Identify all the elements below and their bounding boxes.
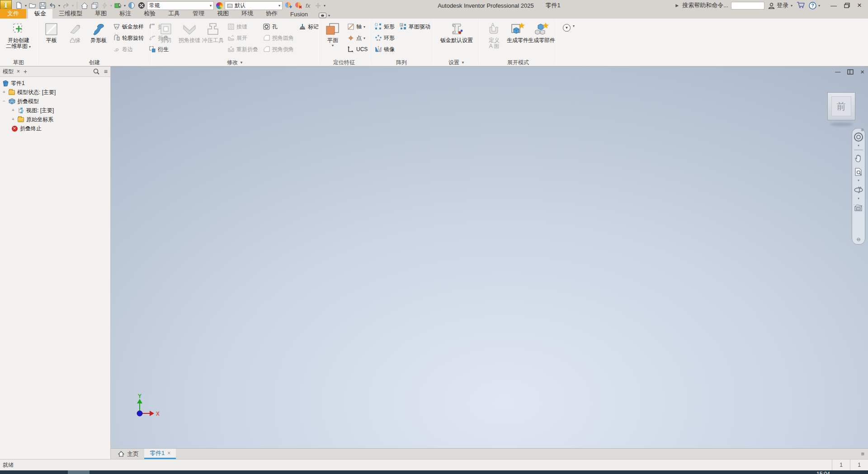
ribbon-collapse-dropdown-icon[interactable]: ▾	[572, 24, 575, 28]
browser-menu-icon[interactable]: ≡	[104, 68, 108, 75]
tab-view[interactable]: 视图	[211, 9, 235, 19]
tab-tools[interactable]: 工具	[162, 9, 186, 19]
tree-item-part[interactable]: 零件1	[2, 79, 110, 88]
parameters-fx-icon[interactable]: fx	[303, 1, 312, 10]
sketch-driven-pattern-button[interactable]: 草图驱动	[397, 21, 432, 32]
pan-icon[interactable]	[852, 152, 865, 165]
undo-icon[interactable]	[48, 1, 57, 10]
axis-button[interactable]: 轴 ▾	[345, 21, 369, 32]
help-icon[interactable]: ?	[809, 2, 816, 9]
qat-customize-icon[interactable]: ▾	[323, 4, 326, 8]
panel-label-create[interactable]: 创建	[38, 59, 151, 66]
tree-item-model-states[interactable]: + 模型状态: [主要]	[2, 88, 110, 97]
search-collapse-icon[interactable]: ▶	[675, 3, 679, 8]
adjust-appearance-icon[interactable]	[283, 1, 292, 10]
make-components-button[interactable]: 生成零部件	[530, 20, 553, 44]
face-button[interactable]: 平板	[40, 20, 63, 44]
mirror-button[interactable]: 镜像	[373, 44, 396, 55]
open-icon[interactable]	[28, 1, 37, 10]
home-icon[interactable]	[80, 1, 89, 10]
navbar-close-icon[interactable]: ⊗	[860, 128, 864, 132]
sign-in-dropdown-icon[interactable]: ▾	[790, 4, 793, 8]
panel-modify-dropdown-icon[interactable]: ▼	[240, 61, 243, 65]
taskbar-app-segment[interactable]	[68, 470, 90, 474]
hole-button[interactable]: 孔	[261, 21, 296, 32]
point-button[interactable]: 点 ▾	[345, 33, 369, 43]
help-dropdown-icon[interactable]: ▾	[818, 4, 821, 8]
tab-collaborate[interactable]: 协作	[259, 9, 284, 19]
wheel-dropdown-icon[interactable]: ▾	[858, 144, 859, 148]
select-dropdown-icon[interactable]: ▾	[123, 4, 126, 8]
select-icon[interactable]	[113, 1, 123, 10]
sign-in-button[interactable]: 登录 ▾	[768, 1, 793, 9]
doc-tab-home[interactable]: 主页	[113, 449, 144, 459]
tree-item-end-of-folded[interactable]: ✕ 折叠终止	[2, 124, 110, 133]
doc-tab-list-icon[interactable]: ≡	[861, 450, 864, 457]
panel-label-work-features[interactable]: 定位特征	[319, 59, 369, 66]
ribbon-collapse-icon[interactable]: ▼	[563, 24, 571, 32]
rectangular-pattern-button[interactable]: 矩形	[373, 21, 396, 32]
plane-button[interactable]: 平面 ▾	[321, 20, 344, 48]
zoom-dropdown-icon[interactable]: ▾	[858, 179, 859, 183]
close-button[interactable]: ×	[857, 1, 862, 10]
material-icon[interactable]	[127, 1, 136, 10]
help-search-input[interactable]	[731, 2, 764, 9]
tree-item-origin[interactable]: + 原始坐标系	[2, 115, 110, 124]
tab-overflow-icon[interactable]	[319, 13, 326, 18]
tab-environments[interactable]: 环境	[235, 9, 259, 19]
contour-roll-button[interactable]: 轮廓旋转	[111, 33, 146, 43]
tree-item-folded-model[interactable]: − 折叠模型	[2, 97, 110, 106]
return-icon[interactable]	[90, 1, 99, 10]
sheet-metal-defaults-button[interactable]: 钣金默认设置	[439, 20, 475, 44]
ucs-button[interactable]: UCS	[345, 44, 369, 55]
panel-label-sketch[interactable]: 草图	[0, 59, 37, 66]
look-at-icon[interactable]	[852, 201, 865, 215]
panel-label-modify[interactable]: 修改▼	[152, 59, 318, 66]
minimize-button[interactable]: —	[830, 2, 837, 9]
panel-label-flat-pattern[interactable]: 展开模式	[480, 59, 556, 66]
tree-item-view[interactable]: + 视图: [主要]	[2, 106, 110, 115]
orbit-icon[interactable]	[852, 183, 865, 197]
navigation-wheel-icon[interactable]	[852, 130, 865, 144]
browser-tab-close-icon[interactable]: ×	[17, 68, 20, 75]
browser-search-icon[interactable]	[93, 68, 99, 75]
panel-label-pattern[interactable]: 阵列	[370, 59, 433, 66]
material-combo-arrow-icon[interactable]: ▾	[210, 4, 212, 8]
graphics-viewport[interactable]: — × 前 ⊗ ▾ ▾	[111, 66, 868, 448]
start-2d-sketch-button[interactable]: 开始创建 二维草图 ▾	[4, 20, 33, 51]
app-store-cart-icon[interactable]	[797, 1, 805, 10]
new-file-dropdown-icon[interactable]: ▾	[24, 4, 27, 8]
sm-loft-button[interactable]: 钣金放样	[111, 21, 146, 32]
doc-tab-close-icon[interactable]: ×	[167, 450, 170, 456]
doc-restore-icon[interactable]	[847, 69, 854, 75]
axis-dropdown-icon[interactable]: ▾	[363, 25, 365, 29]
expand-icon[interactable]: +	[11, 117, 15, 122]
browser-add-tab-icon[interactable]: +	[24, 68, 27, 75]
viewcube[interactable]: 前	[827, 92, 855, 120]
doc-tab-part1[interactable]: 零件1 ×	[144, 449, 176, 459]
material-combo[interactable]: 常规 ▾	[147, 1, 214, 10]
appearance-combo-arrow-icon[interactable]: ▾	[278, 4, 280, 8]
undo-dropdown-icon[interactable]: ▾	[58, 4, 61, 8]
viewcube-front-face[interactable]: 前	[837, 100, 846, 113]
material-browser-icon[interactable]	[137, 1, 146, 10]
doc-minimize-icon[interactable]: —	[835, 69, 840, 75]
tab-overflow-dropdown-icon[interactable]: ▾	[328, 14, 330, 18]
new-file-icon[interactable]	[14, 1, 24, 10]
panel-label-settings[interactable]: 设置▼	[434, 59, 480, 66]
collapse-icon[interactable]: −	[2, 99, 6, 104]
plane-dropdown-icon[interactable]: ▾	[331, 43, 334, 47]
tab-sheet-metal[interactable]: 钣金	[28, 9, 52, 19]
panel-settings-dropdown-icon[interactable]: ▼	[461, 61, 465, 65]
restore-button[interactable]	[844, 3, 850, 8]
mark-button[interactable]: 标记	[297, 21, 321, 32]
tab-sketch[interactable]: 草图	[89, 9, 113, 19]
appearance-combo[interactable]: 默认 ▾	[225, 1, 283, 10]
zoom-icon[interactable]	[852, 165, 865, 179]
appearance-wheel-icon[interactable]	[215, 1, 224, 10]
navbar-customize-icon[interactable]: ⊖	[856, 237, 860, 242]
tab-file[interactable]: 文件	[0, 9, 26, 19]
lofted-flange-button[interactable]: 异形板	[87, 20, 110, 44]
tab-overflow-control[interactable]: ▾	[319, 13, 330, 19]
tab-annotate[interactable]: 标注	[113, 9, 137, 19]
